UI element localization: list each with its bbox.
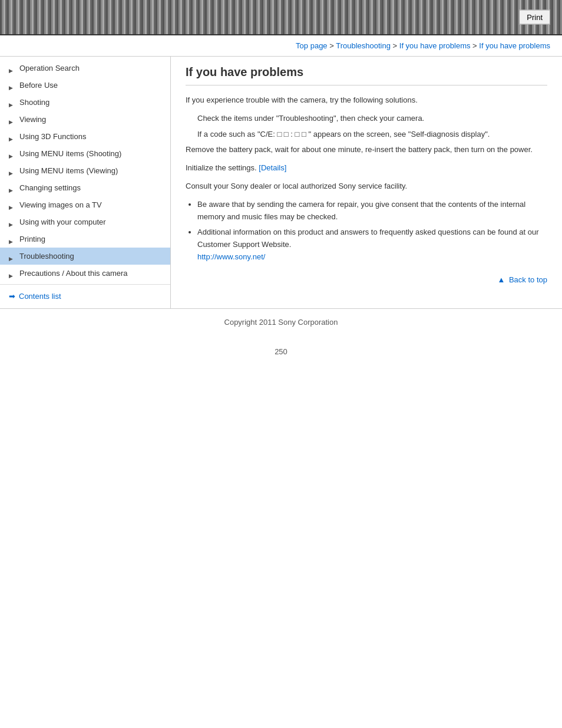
arrow-icon — [9, 134, 15, 140]
arrow-icon — [9, 219, 15, 225]
content-area: If you have problems If you experience t… — [171, 57, 562, 308]
arrow-icon — [9, 100, 15, 106]
copyright-text: Copyright 2011 Sony Corporation — [224, 318, 338, 327]
triangle-icon: ▲ — [497, 275, 505, 284]
breadcrumb: Top page > Troubleshooting > If you have… — [0, 35, 562, 56]
step3-text: Remove the battery pack, wait for about … — [186, 144, 547, 156]
arrow-icon — [9, 236, 15, 242]
arrow-icon — [9, 185, 15, 191]
sidebar: Operation Search Before Use Shooting Vie… — [0, 57, 171, 308]
sidebar-label: Printing — [19, 235, 45, 243]
sidebar-label: Using 3D Functions — [19, 132, 86, 141]
main-layout: Operation Search Before Use Shooting Vie… — [0, 56, 562, 308]
step5-text: Consult your Sony dealer or local author… — [186, 180, 547, 193]
bullet2-text: Additional information on this product a… — [197, 228, 539, 249]
arrow-icon — [9, 151, 15, 157]
arrow-icon — [9, 168, 15, 174]
arrow-icon — [9, 202, 15, 208]
sidebar-label: Using MENU items (Viewing) — [19, 166, 118, 175]
sidebar-label: Viewing — [19, 115, 46, 124]
intro-text: If you experience trouble with the camer… — [186, 94, 547, 107]
arrow-icon — [9, 117, 15, 123]
contents-list-label: Contents list — [19, 292, 61, 301]
header-bar: Print — [0, 0, 562, 35]
print-button[interactable]: Print — [519, 10, 550, 25]
sidebar-divider — [0, 284, 170, 285]
sidebar-label: Shooting — [19, 98, 49, 107]
sidebar-label: Operation Search — [19, 64, 80, 73]
footer: Copyright 2011 Sony Corporation — [0, 308, 562, 335]
arrow-right-icon: ➡ — [9, 292, 15, 301]
sidebar-item-operation-search[interactable]: Operation Search — [0, 60, 170, 77]
sidebar-item-before-use[interactable]: Before Use — [0, 77, 170, 94]
arrow-icon — [9, 65, 15, 71]
sidebar-item-viewing[interactable]: Viewing — [0, 111, 170, 128]
sidebar-item-troubleshooting[interactable]: Troubleshooting — [0, 248, 170, 265]
sidebar-label: Precautions / About this camera — [19, 269, 128, 278]
page-title: If you have problems — [186, 65, 547, 85]
sidebar-item-precautions[interactable]: Precautions / About this camera — [0, 265, 170, 282]
sidebar-label: Before Use — [19, 81, 58, 90]
sidebar-item-computer[interactable]: Using with your computer — [0, 213, 170, 230]
step4-text: Initialize the settings. [Details] — [186, 162, 547, 174]
sidebar-label: Changing settings — [19, 183, 81, 192]
sony-url-link[interactable]: http://www.sony.net/ — [197, 252, 265, 261]
page-number: 250 — [0, 335, 562, 368]
step2-text: If a code such as "C/E: □ □ : □ □ " appe… — [197, 129, 547, 141]
bullet-item-1: Be aware that by sending the camera for … — [197, 199, 547, 223]
arrow-icon — [9, 271, 15, 276]
back-to-top: ▲ Back to top — [186, 269, 547, 290]
sidebar-item-changing-settings[interactable]: Changing settings — [0, 179, 170, 196]
details-link[interactable]: [Details] — [259, 163, 286, 172]
breadcrumb-troubleshooting[interactable]: Troubleshooting — [336, 41, 391, 50]
bullet-list: Be aware that by sending the camera for … — [197, 199, 547, 263]
sidebar-item-viewing-tv[interactable]: Viewing images on a TV — [0, 196, 170, 213]
step4-label: Initialize the settings. — [186, 163, 257, 172]
step1-text: Check the items under "Troubleshooting",… — [197, 113, 547, 125]
back-to-top-link[interactable]: ▲ Back to top — [497, 275, 547, 284]
sidebar-item-printing[interactable]: Printing — [0, 230, 170, 248]
breadcrumb-if-problems-2[interactable]: If you have problems — [479, 41, 550, 50]
sidebar-label: Using with your computer — [19, 218, 106, 226]
back-to-top-label: Back to top — [509, 275, 547, 284]
arrow-icon — [9, 253, 15, 259]
sidebar-label: Using MENU items (Shooting) — [19, 149, 121, 158]
sidebar-item-shooting[interactable]: Shooting — [0, 94, 170, 111]
breadcrumb-if-problems-1[interactable]: If you have problems — [399, 41, 471, 50]
sidebar-item-menu-viewing[interactable]: Using MENU items (Viewing) — [0, 162, 170, 179]
sidebar-item-3d-functions[interactable]: Using 3D Functions — [0, 128, 170, 145]
sidebar-label: Viewing images on a TV — [19, 200, 102, 209]
breadcrumb-top-page[interactable]: Top page — [296, 41, 328, 50]
bullet-item-2: Additional information on this product a… — [197, 226, 547, 263]
sidebar-item-menu-shooting[interactable]: Using MENU items (Shooting) — [0, 145, 170, 162]
arrow-icon — [9, 83, 15, 88]
sidebar-label: Troubleshooting — [19, 252, 74, 261]
contents-list-link[interactable]: ➡ Contents list — [0, 287, 170, 305]
